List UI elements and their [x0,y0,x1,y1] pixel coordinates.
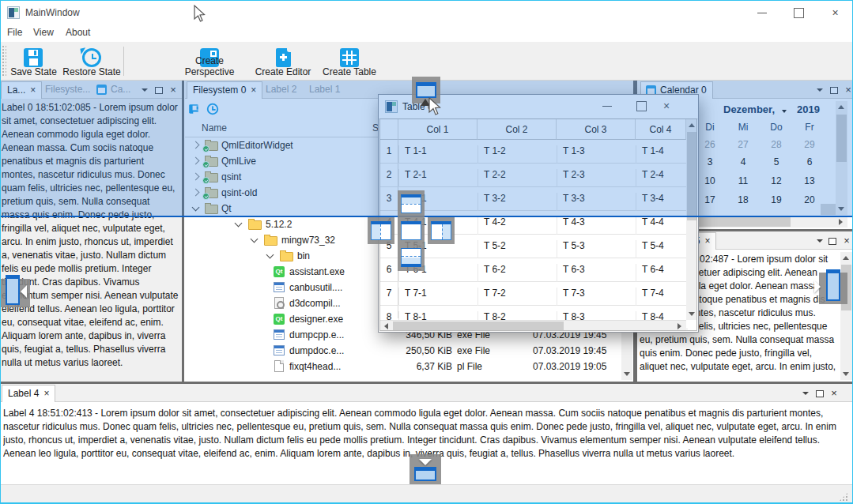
float-icon [816,390,824,397]
main-toolbar: Save State Restore State test1 Create Pe… [0,42,853,81]
table-row[interactable]: 5 T 5-1 T 5-2 T 5-3 T 5-4 [380,235,688,258]
scroll-right-icon[interactable] [839,219,843,225]
table-row[interactable]: 7 T 7-1 T 7-2 T 7-3 T 7-4 [380,282,688,306]
create-perspective-button[interactable]: Create Perspective [171,43,248,79]
scroll-right-icon[interactable] [677,323,681,329]
qt-app-icon: Qt [274,314,285,325]
chevron-down-icon [802,392,809,395]
close-panel-button[interactable]: × [828,388,840,399]
file-size: 6,37 KiB [367,361,452,372]
page-gear-icon [274,297,284,309]
app-window-icon [274,282,285,292]
file-type: exe File [457,345,490,356]
close-icon: × [817,1,853,24]
file-size: 250,50 KiB [367,345,452,356]
tree-row[interactable]: dumpdoc.e... 250,50 KiB exe File 07.03.2… [185,343,628,359]
collapse-icon[interactable] [251,235,259,243]
save-icon [24,48,43,67]
arrow-left-icon [21,285,27,298]
tab-close-icon[interactable]: × [704,235,710,246]
arrow-right-icon [814,280,821,293]
collapse-icon[interactable] [266,251,274,259]
file-date: 07.03.2019 19:45 [533,345,606,356]
app-window-icon [274,329,285,340]
status-bar [0,484,853,504]
dock-bottom-edge-indicator[interactable] [410,454,441,484]
chevron-down-icon [817,239,823,243]
maximize-button[interactable] [781,1,817,24]
restore-icon [82,48,101,67]
dock-left-edge-indicator[interactable] [0,279,30,307]
page-icon [274,360,284,372]
dock-right-edge-indicator[interactable] [819,273,847,304]
toolbar-grip[interactable] [2,45,6,77]
scroll-down-icon[interactable] [843,372,849,376]
app-icon [7,6,20,19]
file-type: pl File [457,361,482,372]
tab-label4[interactable]: Label 4× [2,385,55,402]
restore-state-button[interactable]: Restore State [61,43,123,79]
tree-row[interactable]: fixqt4head... 6,37 KiB pl File 07.03.201… [185,359,628,374]
scroll-down-icon[interactable] [689,312,695,316]
dock-bottom-indicator[interactable] [398,244,425,271]
float-icon [828,238,836,245]
resize-grip[interactable] [839,492,848,502]
label4-tabbar: Label 4× × [0,384,853,402]
folder-icon [280,252,293,261]
folder-icon [248,220,262,230]
close-button[interactable]: × [817,1,853,24]
minimize-button[interactable] [744,1,779,24]
table-row[interactable]: 6 T 6-1 T 6-2 T 6-3 T 6-4 [380,258,688,282]
qt-app-icon: Qt [274,266,285,277]
tab-close-icon[interactable]: × [43,388,49,399]
create-table-button[interactable]: Create Table [318,43,381,79]
create-editor-button[interactable]: Create Editor [251,43,315,79]
toolbar-separator [123,47,124,76]
table-icon [340,48,359,67]
float-panel-button[interactable] [814,388,825,399]
scroll-up-icon[interactable] [843,256,849,260]
tab-menu-button[interactable] [814,235,825,246]
dock-right-indicator[interactable] [428,217,455,244]
mouse-cursor-drag [428,97,446,118]
maximize-icon [794,8,804,18]
editor-icon [276,48,291,67]
menu-view[interactable]: View [33,27,54,38]
menu-about[interactable]: About [66,27,90,38]
app-window-icon [274,345,285,355]
menu-bar: File View About [0,24,853,42]
file-date: 07.03.2019 19:05 [533,361,606,372]
label5-vertical-scrollbar[interactable] [840,252,852,380]
scroll-left-icon[interactable] [384,323,388,329]
folder-icon [264,236,277,246]
table-horizontal-scrollbar[interactable] [380,320,686,331]
scroll-down-icon[interactable] [624,372,630,376]
scrollbar-thumb[interactable] [393,322,564,331]
tab-menu-button[interactable] [800,388,811,399]
minimize-icon [757,13,767,13]
dock-top-indicator[interactable] [398,190,425,217]
menu-file[interactable]: File [7,27,22,38]
close-panel-button[interactable]: × [841,235,852,246]
window-title: MainWindow [25,7,80,18]
float-panel-button[interactable] [827,235,838,246]
collapse-icon[interactable] [235,220,243,228]
mouse-cursor [194,5,209,24]
save-state-button[interactable]: Save State [8,43,59,79]
arrow-down-icon [419,459,432,465]
dock-center-indicator[interactable] [398,217,425,244]
title-bar: MainWindow × [0,1,853,24]
main-window: MainWindow × File View About Save State … [0,0,853,504]
dock-left-indicator[interactable] [368,217,394,244]
